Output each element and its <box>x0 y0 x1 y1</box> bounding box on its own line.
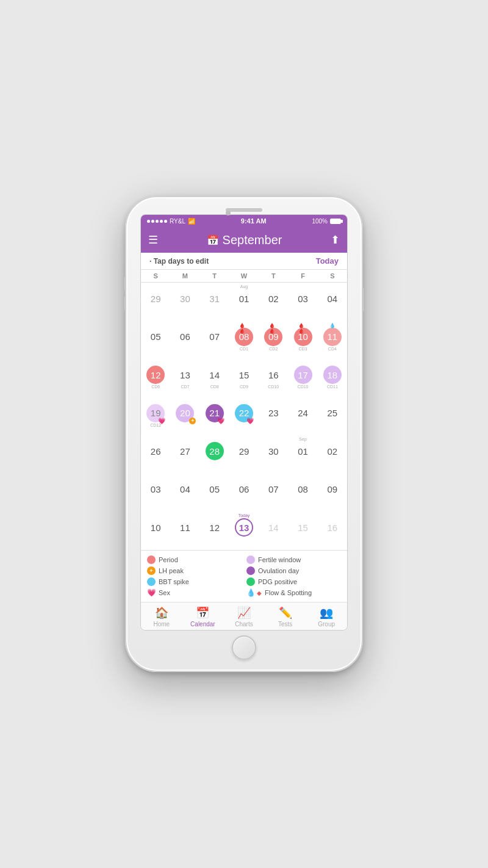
nav-tests-label: Tests <box>278 621 292 627</box>
pdg-legend-dot <box>246 577 255 586</box>
flow-legend-label: Flow & Spotting <box>265 589 312 596</box>
vol-down-button <box>124 296 126 311</box>
battery-icon <box>330 219 341 224</box>
phone-screen: RY&L 📶 9:41 AM 100% ☰ 📅 September ⬆ · Ta… <box>140 214 348 631</box>
table-row[interactable]: 🩸🩸 10 CD3 <box>288 321 317 360</box>
table-row[interactable]: 09 <box>318 474 347 512</box>
table-row[interactable]: 06 <box>229 474 259 512</box>
table-row[interactable]: 18 CD11 <box>318 359 347 397</box>
nav-home[interactable]: 🏠 Home <box>146 606 177 627</box>
table-row[interactable]: 15 CD9 <box>229 359 259 397</box>
weekday-f: F <box>288 270 317 282</box>
legend-sex: 💗 Sex <box>147 588 242 597</box>
nav-tests[interactable]: ✏️ Tests <box>270 606 301 627</box>
table-row[interactable]: 17 CD10 <box>288 359 317 397</box>
table-row[interactable]: 24 <box>288 397 317 436</box>
sex-legend-label: Sex <box>159 589 170 596</box>
calendar-grid: 29 30 31 Aug01 02 03 04 05 06 07 🩸🩸 08 C <box>141 283 347 550</box>
signal-dot-4 <box>160 220 163 223</box>
legend-fertile: Fertile window <box>246 555 341 564</box>
table-row[interactable]: 12 <box>200 512 229 550</box>
fertile-legend-dot <box>246 555 255 564</box>
table-row[interactable]: 15 <box>288 512 317 550</box>
period-drop: 💧 <box>329 323 336 328</box>
table-row[interactable]: 20 + <box>170 397 199 436</box>
home-icon: 🏠 <box>155 606 168 620</box>
battery-percent: 100% <box>312 218 328 225</box>
table-row[interactable]: 05 <box>141 321 170 360</box>
signal-dot-2 <box>151 220 154 223</box>
table-row[interactable]: 16 <box>318 512 347 550</box>
legend-ovulation: Ovulation day <box>246 566 341 575</box>
calendar-header: S M T W T F S <box>141 270 347 283</box>
table-row[interactable]: 07 <box>200 321 229 360</box>
table-row[interactable]: 💧 11 CD4 <box>318 321 347 360</box>
table-row[interactable]: 14 <box>259 512 288 550</box>
table-row[interactable]: 🩸🩸 08 CD1 <box>229 321 259 360</box>
flow-legend-icon: 💧 ◆ <box>246 588 262 597</box>
table-row[interactable]: 08 <box>288 474 317 512</box>
table-row[interactable]: 04 <box>170 474 199 512</box>
table-row[interactable]: 22 💗 <box>229 397 259 436</box>
sex-legend-dot: 💗 <box>147 588 156 597</box>
table-row[interactable]: 07 <box>259 474 288 512</box>
lh-badge: + <box>189 418 196 424</box>
table-row[interactable]: 03 <box>141 474 170 512</box>
nav-group[interactable]: 👥 Group <box>311 606 342 627</box>
ovulation-legend-dot <box>246 566 255 575</box>
table-row[interactable]: 27 <box>170 435 199 474</box>
nav-charts[interactable]: 📈 Charts <box>229 606 259 627</box>
table-row[interactable]: 21 💗 <box>200 397 229 436</box>
table-row[interactable]: Sep 01 <box>288 435 317 474</box>
nav-group-label: Group <box>318 621 335 627</box>
legend-flow: 💧 ◆ Flow & Spotting <box>246 588 341 597</box>
signal-dot-5 <box>164 220 167 223</box>
table-row[interactable]: 30 <box>259 435 288 474</box>
camera <box>226 211 231 215</box>
status-right: 100% <box>312 218 341 225</box>
table-row[interactable]: 23 <box>259 397 288 436</box>
weekday-s: S <box>141 270 170 282</box>
table-row[interactable]: 30 <box>170 283 199 321</box>
table-row[interactable]: 11 <box>170 512 199 550</box>
today-button[interactable]: Today <box>316 256 339 266</box>
table-row[interactable]: 29 <box>141 283 170 321</box>
nav-calendar[interactable]: 📅 Calendar <box>187 606 218 627</box>
legend-bbt: BBT spike <box>147 577 242 586</box>
table-row[interactable]: 02 <box>318 435 347 474</box>
calendar-icon: 📅 <box>207 234 219 246</box>
heart-badge: 💗 <box>217 418 224 424</box>
table-row[interactable]: 🩸🩸 09 CD2 <box>259 321 288 360</box>
nav-calendar-label: Calendar <box>190 621 215 627</box>
menu-button[interactable]: ☰ <box>148 233 158 247</box>
table-row[interactable]: Today 13 <box>229 512 259 550</box>
table-row[interactable]: 16 CD10 <box>259 359 288 397</box>
table-row[interactable]: 12 CD6 <box>141 359 170 397</box>
legend-pdg: PDG positive <box>246 577 341 586</box>
period-drops: 🩸🩸 <box>269 323 278 334</box>
table-row[interactable]: 14 CD8 <box>200 359 229 397</box>
carrier-label: RY&L <box>170 218 185 225</box>
vol-up-button <box>124 277 126 291</box>
fertile-legend-label: Fertile window <box>258 556 301 563</box>
period-legend-dot <box>147 555 156 564</box>
table-row[interactable]: 02 <box>259 283 288 321</box>
table-row[interactable]: 31 <box>200 283 229 321</box>
table-row[interactable]: 03 <box>288 283 317 321</box>
table-row[interactable]: 25 <box>318 397 347 436</box>
table-row[interactable]: 19 💗 CD12 <box>141 397 170 436</box>
table-row[interactable]: 10 <box>141 512 170 550</box>
share-button[interactable]: ⬆ <box>331 233 340 247</box>
table-row[interactable]: 13 CD7 <box>170 359 199 397</box>
home-button[interactable] <box>232 635 256 660</box>
bottom-nav: 🏠 Home 📅 Calendar 📈 Charts ✏️ Tests 👥 Gr… <box>141 602 347 630</box>
table-row[interactable]: Aug01 <box>229 283 259 321</box>
speaker <box>226 208 262 212</box>
table-row[interactable]: 06 <box>170 321 199 360</box>
table-row[interactable]: 26 <box>141 435 170 474</box>
table-row[interactable]: 05 <box>200 474 229 512</box>
table-row[interactable]: 28 <box>200 435 229 474</box>
table-row[interactable]: 04 <box>318 283 347 321</box>
table-row[interactable]: 29 <box>229 435 259 474</box>
status-left: RY&L 📶 <box>147 218 195 225</box>
